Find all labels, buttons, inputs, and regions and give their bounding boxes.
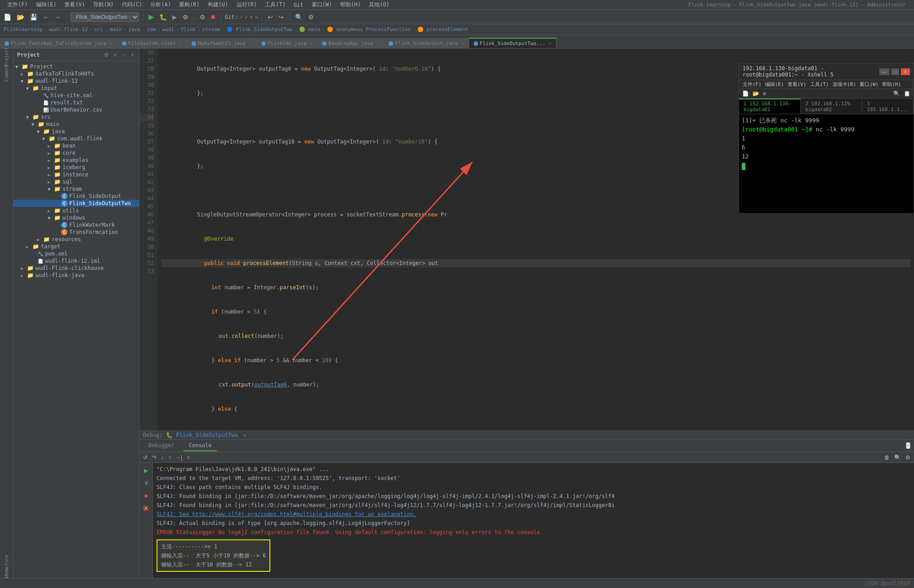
toolbar-settings[interactable]: ⚙	[306, 13, 316, 22]
xshell-menu-window[interactable]: 窗口(W)	[860, 81, 878, 88]
debug-step-out[interactable]: ↑	[166, 454, 173, 461]
debug-tab-console[interactable]: Console	[184, 440, 217, 451]
menu-build[interactable]: 构建(U)	[204, 0, 232, 9]
sidebar-close-icon[interactable]: ×	[130, 51, 135, 58]
menu-code[interactable]: 代码(C)	[118, 0, 146, 9]
debug-eval[interactable]: =	[185, 454, 192, 461]
tree-item-sql[interactable]: ▶ 📁 sql	[13, 178, 139, 185]
tree-item-hivesite[interactable]: ▶ 🔧 hive-site.xml	[13, 92, 139, 99]
breadcrumb-src[interactable]: src	[94, 27, 103, 32]
debug-run-cursor[interactable]: →|	[174, 454, 184, 461]
xshell-menu-help[interactable]: 帮助(H)	[882, 81, 901, 88]
menu-tools[interactable]: 工具(T)	[261, 0, 289, 9]
xshell-maximize[interactable]: □	[891, 68, 899, 75]
debug-mute[interactable]: 🔕	[140, 503, 152, 514]
debug-clear[interactable]: 🗑	[883, 454, 892, 461]
tree-item-root[interactable]: ▼ 📁 Project	[13, 63, 139, 70]
stop-button[interactable]: ■	[209, 12, 217, 22]
breadcrumb-wudl2[interactable]: wudl	[162, 27, 175, 32]
debug-step-over[interactable]: ↷	[150, 454, 158, 461]
tree-item-pom[interactable]: ▶ 🔧 pom.xml	[13, 250, 139, 257]
sidebar-settings-icon[interactable]: ⚙	[103, 51, 110, 58]
tab-close-kafka[interactable]: ×	[249, 41, 252, 46]
breadcrumb-wudl[interactable]: wudl-flink-12	[49, 27, 88, 32]
xshell-menu-tabs[interactable]: 选项卡(B)	[833, 81, 856, 88]
debug-panel-close[interactable]: ×	[906, 442, 910, 449]
toolbar-back[interactable]: ←	[41, 13, 51, 22]
debug-restart[interactable]: ↺	[141, 454, 149, 461]
tree-item-resources[interactable]: ▶ 📁 resources	[13, 236, 139, 243]
tree-item-kafka[interactable]: ▶ 📁 kafkaToFlinkToHdfs	[13, 70, 139, 77]
tab-filesystem[interactable]: FileSystem.class ×	[117, 38, 187, 48]
breadcrumb-flink[interactable]: flink	[181, 27, 196, 32]
tree-item-transform[interactable]: ▶ C TransFormcation	[13, 229, 139, 236]
tree-item-stream[interactable]: ▼ 📁 stream	[13, 185, 139, 193]
tree-item-windows[interactable]: ▼ 📁 windows	[13, 214, 139, 221]
menu-help[interactable]: 帮助(H)	[336, 0, 364, 9]
toolbar-forward[interactable]: →	[53, 13, 63, 22]
xshell-tab-3[interactable]: 3 192.168.1.1...	[862, 99, 914, 114]
debug-button[interactable]: 🐛	[157, 13, 169, 22]
tree-item-main-folder[interactable]: ▼ 📁 main	[13, 121, 139, 128]
tree-item-core[interactable]: ▶ 📁 core	[13, 149, 139, 157]
tree-item-result[interactable]: ▶ 📄 result.txt	[13, 99, 139, 106]
tree-item-flinkjava[interactable]: ▶ 📁 wudl-flink-java	[13, 272, 139, 279]
debug-stop[interactable]: ■	[140, 490, 152, 502]
breadcrumb-java[interactable]: java	[128, 27, 140, 32]
tree-item-instance[interactable]: ▶ 📁 instance	[13, 171, 139, 178]
debug-line-slf4j-link[interactable]: SLF4J: See http://www.slf4j.org/codes.ht…	[157, 510, 910, 519]
debug-filter[interactable]: 🔍	[892, 454, 903, 461]
xshell-minimize[interactable]: —	[879, 68, 889, 75]
menu-navigate[interactable]: 导航(N)	[90, 0, 117, 9]
xshell-tb-new[interactable]: 📄	[741, 90, 750, 97]
tab-tableapi[interactable]: Flink_TableApi_ToFileSystem.java ×	[0, 38, 117, 48]
breadcrumb-anon[interactable]: 🟠 anonymous ProcessFunction	[327, 27, 411, 32]
menu-window[interactable]: 窗口(W)	[308, 0, 336, 9]
debug-resume[interactable]: ▶	[140, 465, 152, 476]
tab-baselogapp[interactable]: BaseLogApp.java ×	[318, 38, 384, 48]
xshell-tab-2[interactable]: 2 192.168.1.129-bigdata02	[801, 99, 862, 114]
tree-item-src[interactable]: ▼ 📁 src	[13, 113, 139, 121]
xshell-menu-tools[interactable]: 工具(T)	[810, 81, 829, 88]
tab-kafka[interactable]: MyKafkaUtil.java ×	[187, 38, 257, 48]
debug-tab-debugger[interactable]: Debugger	[143, 440, 180, 451]
menu-other[interactable]: 其他(O)	[365, 0, 393, 9]
breadcrumb-flinklearning[interactable]: Flinklearning	[4, 27, 42, 32]
xshell-tab-1[interactable]: 1 192.168.1.130-bigdata01	[739, 99, 801, 114]
profile-button[interactable]: ⚙	[181, 13, 190, 22]
toolbar-vcs[interactable]: ⚙	[198, 13, 207, 22]
tree-item-examples[interactable]: ▶ 📁 examples	[13, 157, 139, 164]
menu-view[interactable]: 查看(V)	[61, 0, 89, 9]
debug-session-close-btn[interactable]: ×	[243, 433, 246, 438]
tab-close-tableapi[interactable]: ×	[110, 41, 112, 46]
tab-close-sideoutput[interactable]: ×	[461, 41, 464, 46]
toolbar-undo[interactable]: ↩	[266, 13, 275, 22]
menu-run[interactable]: 运行(R)	[233, 0, 261, 9]
tab-sideoutputtwo[interactable]: Flink_SideOutputTwo... ×	[469, 38, 557, 48]
tree-item-bean[interactable]: ▶ 📁 bean	[13, 142, 139, 149]
tree-item-sideoutput[interactable]: ▶ C Flink_SideOutput	[13, 193, 139, 200]
toolbar-search[interactable]: 🔍	[293, 13, 305, 22]
commit-icon[interactable]: Commit	[0, 67, 13, 80]
breadcrumb-process-elem[interactable]: 🟠 processElement	[417, 27, 468, 32]
debug-step-into[interactable]: ↓	[159, 454, 166, 461]
xshell-tb-open[interactable]: 📂	[751, 90, 761, 97]
menu-analyze[interactable]: 分析(A)	[147, 0, 175, 9]
run-with-coverage[interactable]: ▶	[170, 13, 179, 22]
tab-flinkcdc[interactable]: FlinkCdc.java ×	[257, 38, 318, 48]
project-selector[interactable]: Flink_SideOutputTwo	[70, 12, 139, 22]
breadcrumb-com[interactable]: com	[147, 27, 156, 32]
run-button[interactable]: ▶	[147, 12, 156, 22]
menu-edit[interactable]: 编辑(E)	[32, 0, 60, 9]
tree-item-java[interactable]: ▼ 📁 java	[13, 128, 139, 135]
breadcrumb-stream[interactable]: stream	[202, 27, 220, 32]
xshell-tb-copy[interactable]: 📋	[902, 90, 912, 97]
tree-item-comwudl[interactable]: ▼ 📁 com.wudl.flink	[13, 135, 139, 142]
xshell-tb-settings[interactable]: ⚙	[762, 90, 767, 97]
xshell-menu-edit[interactable]: 编辑(E)	[765, 81, 784, 88]
sidebar-gear-icon[interactable]: ⋯	[120, 51, 128, 58]
tab-sideoutput[interactable]: Flink_SideOutput.java ×	[384, 38, 469, 48]
breadcrumb-method-main[interactable]: 🟢 main	[299, 27, 320, 32]
menu-refactor[interactable]: 重构(R)	[175, 0, 203, 9]
toolbar-redo[interactable]: ↪	[277, 13, 286, 22]
